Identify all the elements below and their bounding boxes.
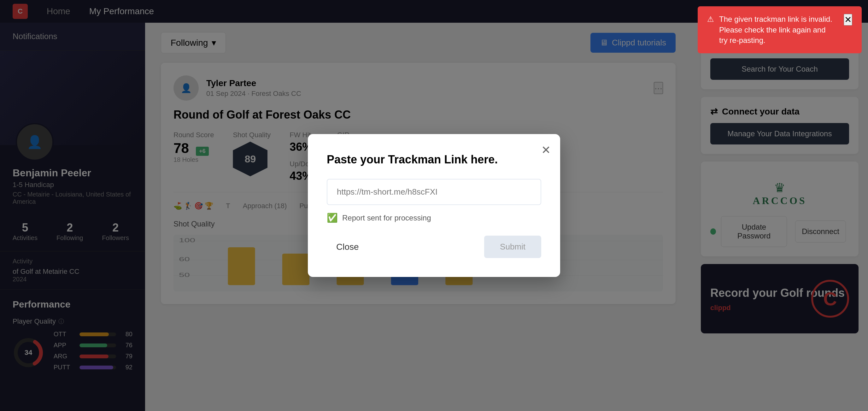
success-icon: ✅ (327, 213, 338, 223)
toast-close-button[interactable]: ✕ (844, 14, 852, 26)
modal-close-button[interactable]: Close (327, 237, 368, 257)
modal-submit-button[interactable]: Submit (484, 235, 541, 258)
error-toast: ⚠ The given trackman link is invalid. Pl… (698, 6, 862, 53)
trackman-link-input[interactable] (327, 179, 541, 205)
trackman-modal: Paste your Trackman Link here. ✕ ✅ Repor… (308, 134, 560, 277)
modal-footer: Close Submit (327, 235, 541, 258)
modal-overlay[interactable]: Paste your Trackman Link here. ✕ ✅ Repor… (0, 0, 868, 411)
warning-icon: ⚠ (707, 14, 714, 25)
modal-title: Paste your Trackman Link here. (327, 153, 541, 166)
modal-close-x-button[interactable]: ✕ (541, 144, 551, 157)
modal-success-message: ✅ Report sent for processing (327, 213, 541, 223)
error-message: The given trackman link is invalid. Plea… (719, 14, 832, 46)
